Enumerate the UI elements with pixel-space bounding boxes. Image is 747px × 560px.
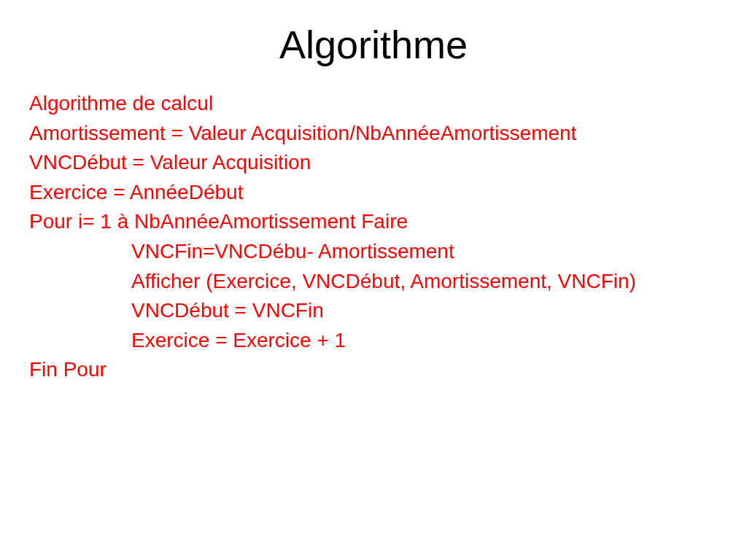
slide-container: Algorithme Algorithme de calcul Amortiss… <box>0 0 747 560</box>
algo-line-4: Exercice = AnnéeDébut <box>29 178 718 208</box>
slide-title: Algorithme <box>29 22 718 67</box>
algo-line-6: VNCFin=VNCDébu- Amortissement <box>29 237 718 267</box>
algo-line-8: VNCDébut = VNCFin <box>29 296 718 326</box>
algo-line-9: Exercice = Exercice + 1 <box>29 326 718 356</box>
algorithm-body: Algorithme de calcul Amortissement = Val… <box>29 89 718 385</box>
algo-line-7: Afficher (Exercice, VNCDébut, Amortissem… <box>29 267 718 297</box>
algo-line-10: Fin Pour <box>29 355 718 385</box>
algo-line-2: Amortissement = Valeur Acquisition/NbAnn… <box>29 119 718 149</box>
algo-line-1: Algorithme de calcul <box>29 89 718 119</box>
algo-line-5: Pour i= 1 à NbAnnéeAmortissement Faire <box>29 207 718 237</box>
algo-line-3: VNCDébut = Valeur Acquisition <box>29 148 718 178</box>
